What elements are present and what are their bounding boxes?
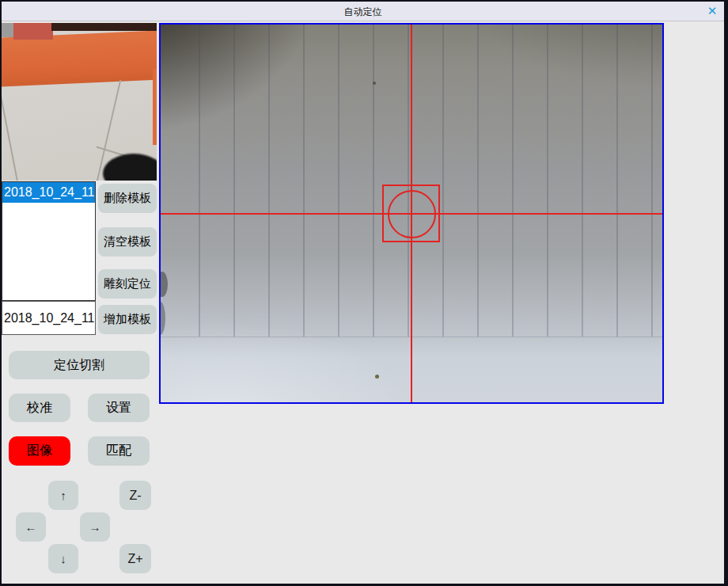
camera-speck — [373, 82, 376, 85]
position-cut-button[interactable]: 定位切割 — [9, 351, 150, 379]
jog-up-button[interactable]: ↑ — [48, 481, 78, 510]
auto-position-dialog: 自动定位 ✕ 2018_10_24_11 删除模板 清空模板 雕刻定位 增加模板… — [0, 0, 728, 586]
dialog-title: 自动定位 — [2, 6, 724, 19]
calibrate-button[interactable]: 校准 — [9, 394, 70, 422]
target-circle — [388, 190, 436, 238]
clear-templates-button[interactable]: 清空模板 — [98, 227, 157, 257]
camera-viewport[interactable] — [159, 23, 664, 404]
list-item[interactable]: 2018_10_24_11 — [2, 182, 95, 203]
close-icon[interactable]: ✕ — [705, 4, 719, 18]
jog-left-button[interactable]: ← — [16, 512, 46, 542]
thumb-salmon-patch — [13, 23, 53, 40]
jog-down-button[interactable]: ↓ — [48, 544, 78, 573]
thumb-dark-strip — [51, 23, 157, 31]
settings-button[interactable]: 设置 — [88, 394, 150, 422]
title-bar: 自动定位 ✕ — [2, 2, 724, 21]
camera-speck — [375, 375, 379, 379]
delete-template-button[interactable]: 删除模板 — [98, 184, 157, 213]
image-button[interactable]: 图像 — [9, 436, 70, 466]
thumb-gray-wall — [2, 23, 14, 37]
jog-z-minus-button[interactable]: Z- — [119, 481, 151, 510]
thumb-orange-edge — [153, 69, 157, 145]
template-list[interactable]: 2018_10_24_11 — [2, 181, 96, 301]
add-template-button[interactable]: 增加模板 — [98, 305, 157, 334]
match-button[interactable]: 匹配 — [88, 436, 150, 466]
thumb-dark-object — [103, 154, 157, 181]
template-name-field[interactable] — [2, 301, 96, 335]
engrave-position-button[interactable]: 雕刻定位 — [98, 269, 157, 299]
jog-z-plus-button[interactable]: Z+ — [119, 544, 151, 573]
template-thumbnail — [2, 23, 157, 181]
thumb-tile-grout-line — [2, 84, 20, 181]
jog-right-button[interactable]: → — [80, 512, 110, 542]
